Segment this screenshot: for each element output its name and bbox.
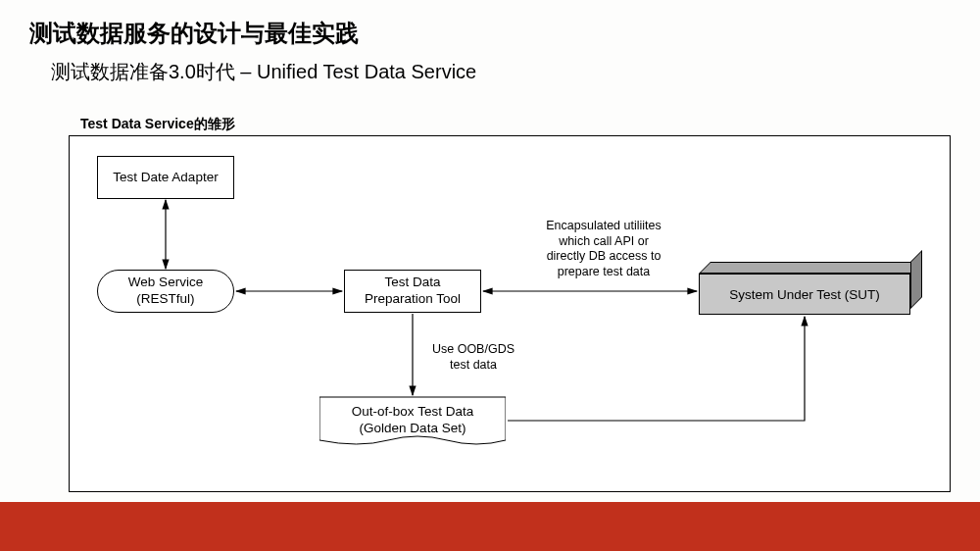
node-system-under-test: System Under Test (SUT) (699, 268, 920, 315)
page-title: 测试数据服务的设计与最佳实践 (29, 18, 359, 49)
node-label: Web Service (RESTful) (128, 275, 203, 308)
diagram-title: Test Data Service的雏形 (80, 116, 235, 133)
sut-top-face (699, 262, 922, 274)
footer-bar (0, 502, 980, 551)
page-subtitle: 测试数据准备3.0时代 – Unified Test Data Service (51, 59, 476, 85)
annotation-encapsulated: Encapsulated utiliites which call API or… (520, 219, 687, 280)
node-label: Test Date Adapter (113, 170, 218, 186)
node-test-date-adapter: Test Date Adapter (97, 156, 234, 199)
annotation-use-oob: Use OOB/GDS test data (415, 342, 532, 373)
sut-front-face: System Under Test (SUT) (699, 274, 910, 315)
node-label: Test Data Preparation Tool (365, 275, 461, 308)
slide: 测试数据服务的设计与最佳实践 测试数据准备3.0时代 – Unified Tes… (0, 0, 980, 551)
node-out-of-box-test-data: Out-of-box Test Data (Golden Data Set) (319, 397, 506, 444)
diagram-frame: Test Date Adapter Web Service (RESTful) … (69, 135, 951, 492)
node-label: System Under Test (SUT) (729, 287, 880, 302)
sut-side-face (910, 250, 922, 309)
node-test-data-prep-tool: Test Data Preparation Tool (344, 270, 481, 313)
node-web-service: Web Service (RESTful) (97, 270, 234, 313)
node-label: Out-of-box Test Data (Golden Data Set) (352, 404, 473, 437)
